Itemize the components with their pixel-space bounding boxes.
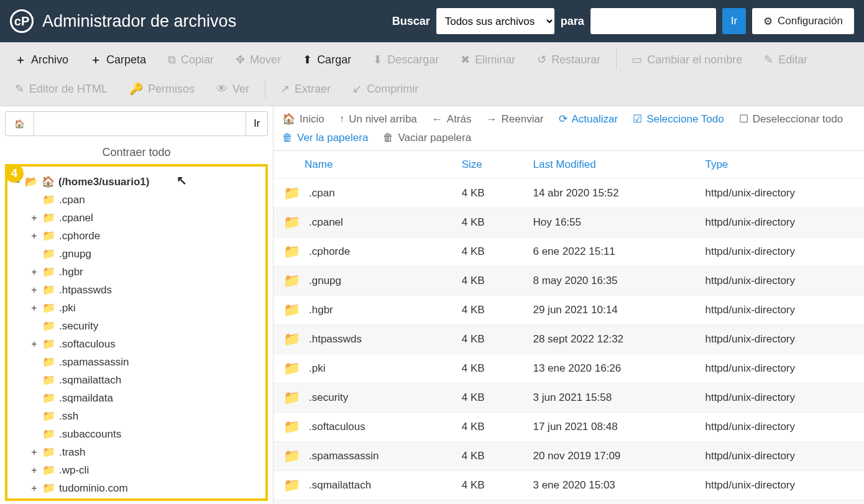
mt-vaciar-papelera[interactable]: 🗑Vaciar papelera — [383, 132, 471, 144]
main-panel: 🏠Inicio ↑Un nivel arriba ←Atrás →Reenvia… — [273, 106, 864, 504]
mt-deseleccionar[interactable]: ☐Deseleccionar todo — [739, 112, 843, 126]
toolbar-ver[interactable]: 👁Ver — [208, 76, 259, 102]
expand-icon[interactable]: + — [30, 447, 39, 458]
mt-atras[interactable]: ←Atrás — [432, 113, 472, 126]
tree-item[interactable]: 📁.subaccounts — [30, 425, 260, 443]
mt-inicio[interactable]: 🏠Inicio — [282, 112, 324, 126]
tree-item[interactable]: +📁tudominio.com — [30, 479, 260, 497]
search-go-button[interactable]: Ir — [722, 8, 746, 34]
mt-reenviar[interactable]: →Reenviar — [486, 113, 543, 126]
file-type: httpd/unix-directory — [692, 296, 864, 325]
table-row[interactable]: 📁.sqmaildata4 KB6 jul 2021 10:41httpd/un… — [273, 500, 864, 505]
toolbar-mover[interactable]: ✥Mover — [227, 46, 290, 73]
file-type: httpd/unix-directory — [692, 383, 864, 413]
folder-icon: 📁 — [283, 419, 300, 435]
expand-icon[interactable]: + — [30, 213, 39, 224]
table-row[interactable]: 📁.htpasswds4 KB28 sept 2022 12:32httpd/u… — [273, 325, 864, 354]
expand-icon[interactable]: + — [30, 483, 39, 494]
tree-item[interactable]: 📁.security — [30, 317, 260, 335]
file-name: .cpan — [309, 187, 335, 199]
toolbar-extraer[interactable]: ↗Extraer — [272, 76, 340, 102]
mt-seleccionar-todo[interactable]: ☑Seleccione Todo — [633, 112, 724, 126]
file-size: 4 KB — [449, 442, 521, 471]
tree-item[interactable]: +📁.softaculous — [30, 335, 260, 353]
col-name[interactable]: Name — [273, 151, 449, 179]
delete-icon: ✖ — [461, 53, 470, 66]
header-search: Buscar Todos sus archivos para Ir ⚙ Conf… — [392, 8, 854, 34]
file-type: httpd/unix-directory — [692, 267, 864, 296]
tree-item[interactable]: 📁.spamassassin — [30, 353, 260, 371]
home-icon: 🏠 — [14, 119, 25, 129]
table-row[interactable]: 📁.security4 KB3 jun 2021 15:58httpd/unix… — [273, 383, 864, 413]
mt-actualizar[interactable]: ⟳Actualizar — [559, 112, 618, 126]
table-row[interactable]: 📁.cphorde4 KB6 ene 2022 15:11httpd/unix-… — [273, 237, 864, 267]
table-row[interactable]: 📁.cpanel4 KBHoy 16:55httpd/unix-director… — [273, 208, 864, 237]
mt-arriba[interactable]: ↑Un nivel arriba — [339, 113, 417, 126]
toolbar-restaurar[interactable]: ↺Restaurar — [528, 46, 610, 73]
sidebar-path-input[interactable] — [34, 111, 246, 136]
table-row[interactable]: 📁.hgbr4 KB29 jun 2021 10:14httpd/unix-di… — [273, 296, 864, 325]
toolbar-comprimir[interactable]: ↙Comprimir — [344, 76, 428, 102]
expand-icon[interactable]: + — [30, 285, 39, 296]
expand-icon[interactable]: + — [30, 303, 39, 314]
tree-item[interactable]: +📁.wp-cli — [30, 461, 260, 479]
table-row[interactable]: 📁.pki4 KB13 ene 2020 16:26httpd/unix-dir… — [273, 354, 864, 383]
app-title: Administrador de archivos — [42, 12, 236, 31]
expand-icon[interactable]: + — [30, 267, 39, 278]
tree-item[interactable]: +📁.cphorde — [30, 227, 260, 245]
expand-icon[interactable]: + — [30, 339, 39, 350]
col-type[interactable]: Type — [692, 151, 864, 179]
collapse-all-link[interactable]: Contraer todo — [0, 141, 273, 164]
extract-icon: ↗ — [280, 82, 290, 96]
toolbar-cargar[interactable]: ⬆Cargar — [294, 46, 361, 73]
toolbar-editor-html[interactable]: ✎Editor de HTML — [6, 76, 117, 102]
sidebar: 🏠 Ir Contraer todo 4 − 📂 🏠 (/home3/usuar… — [0, 106, 273, 504]
search-input[interactable] — [591, 8, 716, 34]
logo: cP Administrador de archivos — [10, 9, 236, 33]
folder-icon: 📁 — [283, 302, 300, 318]
table-row[interactable]: 📁.softaculous4 KB17 jun 2021 08:48httpd/… — [273, 413, 864, 442]
sidebar-go-button[interactable]: Ir — [246, 111, 268, 136]
toolbar-cambiar[interactable]: ▭Cambiar el nombre — [623, 46, 751, 73]
tree-item[interactable]: +📁.trash — [30, 443, 260, 461]
folder-icon: 📁 — [283, 273, 300, 289]
tree-item[interactable]: 📁.cpan — [30, 191, 260, 209]
tree-item-label: .wp-cli — [59, 464, 89, 477]
sidebar-home-button[interactable]: 🏠 — [5, 111, 34, 136]
tree-item[interactable]: +📁.hgbr — [30, 263, 260, 281]
toolbar-carpeta[interactable]: ＋Carpeta — [81, 46, 155, 73]
tree-item[interactable]: +📁.pki — [30, 299, 260, 317]
toolbar-eliminar[interactable]: ✖Eliminar — [452, 46, 525, 73]
mt-ver-papelera[interactable]: 🗑Ver la papelera — [282, 132, 368, 144]
toolbar-archivo[interactable]: ＋Archivo — [6, 46, 78, 73]
config-button[interactable]: ⚙ Configuración — [752, 8, 854, 34]
expand-icon[interactable]: + — [30, 465, 39, 476]
table-row[interactable]: 📁.gnupg4 KB8 may 2020 16:35httpd/unix-di… — [273, 267, 864, 296]
col-modified[interactable]: Last Modified — [520, 151, 692, 179]
tree-root[interactable]: − 📂 🏠 (/home3/usuario1) ↖ — [12, 173, 260, 191]
tree-item[interactable]: +📁.htpasswds — [30, 281, 260, 299]
tree-item[interactable]: 📁.sqmaildata — [30, 389, 260, 407]
table-row[interactable]: 📁.cpan4 KB14 abr 2020 15:52httpd/unix-di… — [273, 179, 864, 208]
plus-icon: ＋ — [90, 52, 101, 67]
plus-icon: ＋ — [15, 52, 26, 67]
toolbar-copiar[interactable]: ⧉Copiar — [159, 46, 223, 73]
tree-item-label: .sqmailattach — [59, 374, 121, 387]
toolbar-editar[interactable]: ✎Editar — [755, 46, 817, 73]
header: cP Administrador de archivos Buscar Todo… — [0, 0, 864, 42]
file-type: httpd/unix-directory — [692, 325, 864, 354]
toolbar-permisos[interactable]: 🔑Permisos — [121, 76, 204, 102]
tree-item[interactable]: +📁.cpanel — [30, 209, 260, 227]
expand-icon[interactable]: + — [30, 231, 39, 242]
tree-item[interactable]: 📁.ssh — [30, 407, 260, 425]
search-scope-select[interactable]: Todos sus archivos — [436, 8, 554, 34]
para-label: para — [561, 15, 584, 28]
folder-icon: 📁 — [42, 319, 55, 332]
tree-item[interactable]: 📁.sqmailattach — [30, 371, 260, 389]
tree-item[interactable]: 📁.gnupg — [30, 245, 260, 263]
col-size[interactable]: Size — [449, 151, 521, 179]
table-row[interactable]: 📁.spamassassin4 KB20 nov 2019 17:09httpd… — [273, 442, 864, 471]
file-modified: 3 jun 2021 15:58 — [520, 383, 692, 413]
toolbar-descargar[interactable]: ⬇Descargar — [364, 46, 448, 73]
table-row[interactable]: 📁.sqmailattach4 KB3 ene 2020 15:03httpd/… — [273, 471, 864, 500]
